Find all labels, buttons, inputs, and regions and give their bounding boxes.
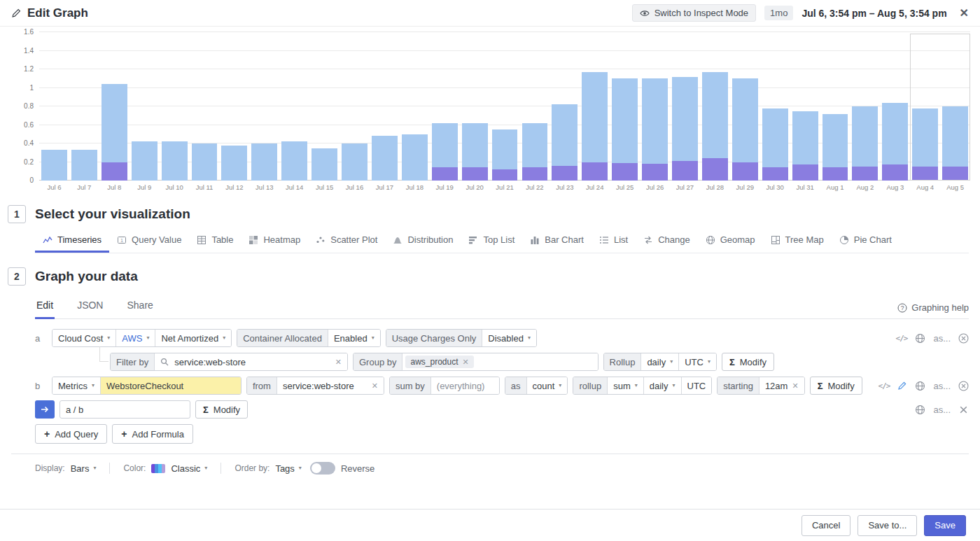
save-button[interactable]: Save (924, 515, 966, 536)
reverse-toggle[interactable] (310, 462, 335, 475)
bar-jul-14[interactable] (279, 32, 309, 181)
viz-tab-distribution[interactable]: Distribution (385, 229, 461, 253)
graphing-help-link[interactable]: ? Graphing help (897, 302, 969, 318)
globe-icon[interactable] (915, 381, 925, 391)
modify-button[interactable]: Σ Modify (810, 377, 862, 395)
close-icon[interactable]: ✕ (960, 6, 969, 20)
starting-time-box[interactable]: 12am ✕ (760, 377, 804, 394)
viz-tab-bar-chart[interactable]: Bar Chart (522, 229, 592, 253)
display-type-dropdown[interactable]: Bars▾ (71, 463, 97, 474)
rollup-interval-dropdown[interactable]: daily▾ (644, 377, 682, 394)
from-filter-box[interactable]: service:web-store ✕ (277, 377, 384, 394)
bar-jul-18[interactable] (400, 32, 430, 181)
bar-jul-7[interactable] (69, 32, 99, 181)
formula-input[interactable] (59, 400, 190, 419)
timezone-dropdown[interactable]: UTC (682, 377, 712, 394)
bar-jul-16[interactable] (340, 32, 370, 181)
viz-tab-geomap[interactable]: Geomap (698, 229, 763, 253)
code-icon[interactable]: </> (896, 334, 908, 343)
bar-jul-17[interactable] (370, 32, 400, 181)
viz-tab-heatmap[interactable]: Heatmap (241, 229, 308, 253)
bar-jul-30[interactable] (760, 32, 790, 181)
cost-type-dropdown[interactable]: Net Amortized▾ (155, 330, 231, 346)
remove-query-icon[interactable] (958, 333, 969, 344)
metric-name-input[interactable] (101, 377, 241, 394)
save-to-button[interactable]: Save to... (858, 515, 917, 536)
pencil-icon[interactable] (897, 381, 907, 391)
bar-jul-12[interactable] (219, 32, 249, 181)
group-tag[interactable]: aws_product ✕ (405, 356, 473, 368)
globe-icon[interactable] (915, 405, 925, 415)
bar-jul-27[interactable] (670, 32, 700, 181)
bar-jul-21[interactable] (490, 32, 520, 181)
viz-tab-top-list[interactable]: Top List (461, 229, 522, 253)
viz-tab-timeseries[interactable]: Timeseries (35, 229, 109, 253)
graph-formula-button[interactable] (35, 400, 55, 419)
bar-jul-20[interactable] (460, 32, 490, 181)
bar-jul-13[interactable] (249, 32, 279, 181)
clear-filter-icon[interactable]: ✕ (335, 358, 342, 367)
tab-edit[interactable]: Edit (35, 295, 55, 319)
bar-aug-1[interactable] (820, 32, 850, 181)
bar-aug-4[interactable] (910, 32, 940, 181)
time-range-badge[interactable]: 1mo (764, 6, 793, 20)
viz-tab-list[interactable]: List (592, 229, 636, 253)
viz-tab-pie-chart[interactable]: Pie Chart (832, 229, 899, 253)
viz-tab-query-value[interactable]: 1 Query Value (109, 229, 189, 253)
remove-query-icon[interactable] (958, 381, 969, 391)
timezone-dropdown[interactable]: UTC▾ (679, 353, 716, 370)
add-formula-button[interactable]: + Add Formula (112, 424, 193, 444)
bar-aug-2[interactable] (850, 32, 880, 181)
remove-formula-icon[interactable] (958, 405, 969, 415)
tab-json[interactable]: JSON (76, 295, 104, 319)
alias-as-link[interactable]: as... (933, 333, 951, 344)
bar-jul-10[interactable] (160, 32, 190, 181)
chart-plot-area[interactable]: 00.20.40.60.811.21.41.6 (39, 32, 970, 181)
modify-button[interactable]: Σ Modify (722, 353, 774, 371)
bar-jul-22[interactable] (520, 32, 550, 181)
bar-jul-15[interactable] (309, 32, 340, 181)
bar-jul-29[interactable] (730, 32, 760, 181)
bar-jul-6[interactable] (39, 32, 69, 181)
bar-jul-19[interactable] (430, 32, 460, 181)
bar-jul-9[interactable] (130, 32, 160, 181)
viz-tab-change[interactable]: Change (636, 229, 698, 253)
bar-aug-3[interactable] (880, 32, 910, 181)
add-query-button[interactable]: + Add Query (35, 424, 107, 444)
clear-from-icon[interactable]: ✕ (372, 381, 378, 391)
viz-tab-table[interactable]: Table (189, 229, 241, 253)
bar-jul-8[interactable] (99, 32, 130, 181)
provider-dropdown[interactable]: AWS▾ (116, 330, 155, 346)
filter-input[interactable] (173, 356, 331, 368)
cancel-button[interactable]: Cancel (802, 515, 850, 536)
viz-tab-tree-map[interactable]: Tree Map (763, 229, 832, 253)
remove-tag-icon[interactable]: ✕ (463, 358, 469, 367)
bar-jul-28[interactable] (700, 32, 730, 181)
switch-inspect-mode-button[interactable]: Switch to Inspect Mode (632, 4, 756, 22)
filter-search-box[interactable]: ✕ (155, 353, 347, 370)
bar-jul-31[interactable] (790, 32, 820, 181)
rollup-fn-dropdown[interactable]: sum▾ (608, 377, 644, 394)
sum-by-box[interactable]: (everything) (431, 377, 499, 394)
container-allocated-dropdown[interactable]: Enabled▾ (328, 330, 380, 346)
data-source-dropdown[interactable]: Metrics▾ (52, 377, 101, 394)
data-source-dropdown[interactable]: Cloud Cost▾ (52, 330, 116, 346)
bar-aug-5[interactable] (940, 32, 970, 181)
tab-share[interactable]: Share (125, 295, 154, 319)
bar-jul-11[interactable] (190, 32, 220, 181)
color-palette-dropdown[interactable]: Classic▾ (171, 463, 207, 474)
as-count-dropdown[interactable]: count▾ (527, 377, 568, 394)
alias-as-link[interactable]: as... (933, 381, 951, 391)
code-icon[interactable]: </> (878, 381, 890, 391)
time-range-text[interactable]: Jul 6, 3:54 pm – Aug 5, 3:54 pm (802, 8, 946, 19)
clear-starting-icon[interactable]: ✕ (792, 381, 798, 391)
order-by-dropdown[interactable]: Tags▾ (275, 463, 301, 474)
bar-jul-23[interactable] (550, 32, 580, 181)
rollup-interval-dropdown[interactable]: daily▾ (641, 353, 679, 370)
modify-button[interactable]: Σ Modify (195, 400, 248, 419)
alias-as-link[interactable]: as... (933, 405, 951, 415)
viz-tab-scatter-plot[interactable]: Scatter Plot (308, 229, 385, 253)
group-by-box[interactable]: aws_product ✕ (402, 353, 597, 370)
globe-icon[interactable] (915, 333, 925, 344)
bar-jul-25[interactable] (610, 32, 640, 181)
